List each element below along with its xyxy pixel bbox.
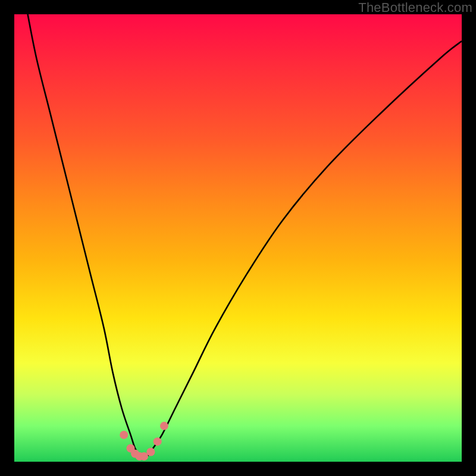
bottleneck-curve-svg xyxy=(14,14,462,462)
minimum-marker xyxy=(154,437,162,446)
minimum-marker xyxy=(160,422,168,430)
minimum-marker xyxy=(146,447,155,456)
watermark-text: TheBottleneck.com xyxy=(358,0,472,15)
minimum-marker xyxy=(120,431,128,439)
minimum-markers xyxy=(120,422,168,461)
chart-stage: TheBottleneck.com xyxy=(0,0,476,476)
bottleneck-curve xyxy=(28,14,462,457)
chart-plot-area xyxy=(14,14,462,462)
